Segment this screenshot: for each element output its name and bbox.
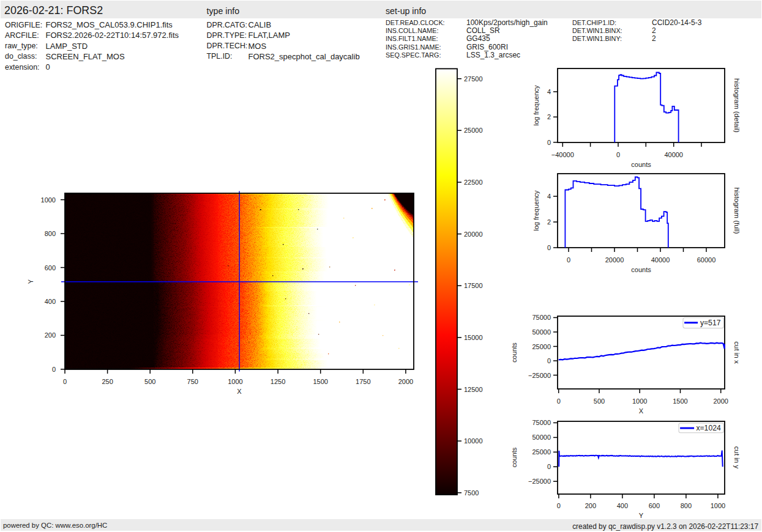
svg-text:25000: 25000 (532, 343, 551, 350)
svg-text:1000: 1000 (41, 196, 56, 204)
svg-text:60000: 60000 (697, 256, 716, 264)
svg-text:−25000: −25000 (528, 478, 551, 485)
svg-text:800: 800 (681, 502, 692, 509)
svg-text:0: 0 (557, 397, 561, 405)
svg-text:−25000: −25000 (528, 372, 551, 379)
svg-text:x=1024: x=1024 (696, 424, 721, 432)
svg-text:cut in y: cut in y (733, 446, 741, 469)
svg-text:0: 0 (567, 256, 570, 264)
svg-text:750: 750 (187, 378, 198, 385)
svg-text:2000: 2000 (713, 397, 728, 405)
svg-text:800: 800 (45, 230, 56, 237)
svg-text:15000: 15000 (464, 334, 483, 341)
svg-text:counts: counts (631, 161, 651, 168)
svg-text:2000: 2000 (398, 378, 413, 385)
svg-text:0: 0 (52, 366, 56, 373)
svg-text:7500: 7500 (464, 489, 479, 497)
svg-text:500: 500 (144, 378, 155, 385)
svg-text:1500: 1500 (313, 378, 327, 385)
svg-text:y=517: y=517 (700, 319, 721, 327)
svg-text:20000: 20000 (605, 256, 624, 264)
svg-text:600: 600 (45, 264, 56, 272)
svg-text:counts: counts (510, 342, 518, 363)
svg-text:0: 0 (547, 139, 551, 146)
svg-text:−40000: −40000 (551, 151, 574, 158)
svg-text:1500: 1500 (673, 397, 687, 405)
svg-text:log frequency: log frequency (532, 85, 540, 126)
svg-text:40000: 40000 (664, 151, 683, 158)
svg-text:400: 400 (617, 502, 628, 509)
svg-text:10000: 10000 (464, 437, 483, 445)
svg-text:17500: 17500 (464, 282, 483, 289)
svg-text:histogram (detail): histogram (detail) (733, 78, 741, 133)
svg-text:1750: 1750 (356, 378, 370, 385)
svg-text:40000: 40000 (651, 256, 670, 264)
svg-text:22500: 22500 (464, 179, 483, 186)
svg-text:2: 2 (547, 113, 551, 120)
svg-text:75000: 75000 (532, 314, 551, 321)
svg-text:25000: 25000 (532, 448, 551, 456)
svg-text:250: 250 (102, 378, 113, 385)
svg-text:400: 400 (45, 298, 56, 305)
svg-text:600: 600 (649, 502, 660, 509)
svg-text:log frequency: log frequency (532, 190, 540, 231)
svg-text:75000: 75000 (532, 419, 551, 426)
svg-text:50000: 50000 (532, 434, 551, 441)
svg-text:Y: Y (639, 512, 644, 519)
svg-text:1000: 1000 (228, 378, 242, 385)
svg-text:50000: 50000 (532, 328, 551, 336)
svg-text:0: 0 (557, 502, 561, 509)
svg-text:25000: 25000 (464, 127, 483, 134)
svg-text:20000: 20000 (464, 231, 483, 238)
svg-text:200: 200 (45, 331, 56, 339)
svg-text:counts: counts (631, 266, 651, 273)
svg-text:0: 0 (547, 357, 551, 364)
svg-text:4: 4 (547, 193, 551, 200)
svg-text:X: X (639, 407, 644, 415)
svg-text:1000: 1000 (632, 397, 647, 405)
svg-text:4: 4 (547, 88, 551, 95)
svg-text:1000: 1000 (711, 502, 725, 509)
svg-text:27500: 27500 (464, 75, 483, 83)
svg-text:Y: Y (27, 279, 34, 284)
svg-text:2: 2 (547, 218, 551, 226)
svg-text:500: 500 (594, 397, 605, 405)
svg-text:1250: 1250 (271, 378, 285, 385)
svg-text:0: 0 (547, 244, 551, 251)
svg-text:cut in x: cut in x (733, 341, 741, 364)
svg-text:histogram (full): histogram (full) (733, 187, 741, 234)
svg-text:200: 200 (585, 502, 596, 509)
svg-text:0: 0 (616, 151, 620, 158)
svg-text:X: X (237, 388, 242, 395)
svg-text:counts: counts (510, 447, 518, 467)
svg-text:0: 0 (63, 378, 67, 385)
svg-text:12500: 12500 (464, 386, 483, 393)
svg-text:0: 0 (547, 463, 551, 470)
